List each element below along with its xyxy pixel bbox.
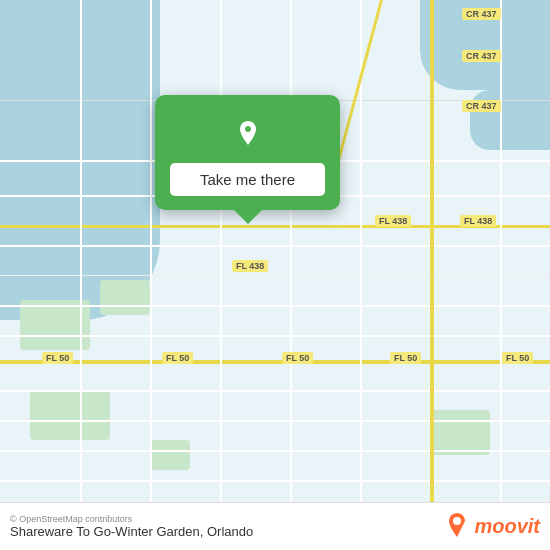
road-h-11 [0, 420, 550, 422]
road-v-1 [80, 0, 82, 550]
label-fl50-4: FL 50 [390, 352, 421, 364]
moovit-logo: moovit [445, 513, 540, 541]
road-h-6 [0, 275, 550, 276]
road-fl50-main [0, 360, 550, 364]
road-v-4 [290, 0, 292, 550]
road-h-5 [0, 245, 550, 247]
road-h-12 [0, 450, 550, 452]
popup-card: Take me there [155, 95, 340, 210]
label-cr437-2: CR 437 [462, 50, 501, 62]
moovit-text: moovit [474, 515, 540, 538]
label-fl438-left: FL 438 [232, 260, 268, 272]
take-me-there-button[interactable]: Take me there [170, 163, 325, 196]
lake-mid-right [470, 90, 550, 150]
road-h-10 [0, 390, 550, 392]
road-cr437-main [430, 0, 434, 550]
label-fl50-2: FL 50 [162, 352, 193, 364]
location-pin-icon [228, 113, 268, 153]
green-area-5 [150, 440, 190, 470]
attribution-text: © OpenStreetMap contributors [10, 514, 253, 524]
map-container: CR 437 CR 437 CR 437 FL 438 FL 438 FL 43… [0, 0, 550, 550]
bottom-info: © OpenStreetMap contributors Shareware T… [10, 514, 253, 539]
svg-point-1 [453, 517, 461, 525]
label-fl438-mid: FL 438 [375, 215, 411, 227]
green-area-2 [100, 280, 150, 315]
place-name-text: Shareware To Go-Winter Garden, Orlando [10, 524, 253, 539]
road-v-7 [500, 0, 502, 550]
label-fl50-5: FL 50 [502, 352, 533, 364]
label-fl438-right: FL 438 [460, 215, 496, 227]
label-cr437-1: CR 437 [462, 8, 501, 20]
road-v-2 [150, 0, 152, 550]
label-fl50-3: FL 50 [282, 352, 313, 364]
moovit-pin-icon [445, 513, 469, 541]
road-v-3 [220, 0, 222, 550]
road-h-13 [0, 480, 550, 482]
label-cr437-3: CR 437 [462, 100, 501, 112]
bottom-bar: © OpenStreetMap contributors Shareware T… [0, 502, 550, 550]
green-area-4 [430, 410, 490, 455]
green-area-3 [30, 390, 110, 440]
road-h-8 [0, 335, 550, 337]
road-h-7 [0, 305, 550, 307]
label-fl50-1: FL 50 [42, 352, 73, 364]
